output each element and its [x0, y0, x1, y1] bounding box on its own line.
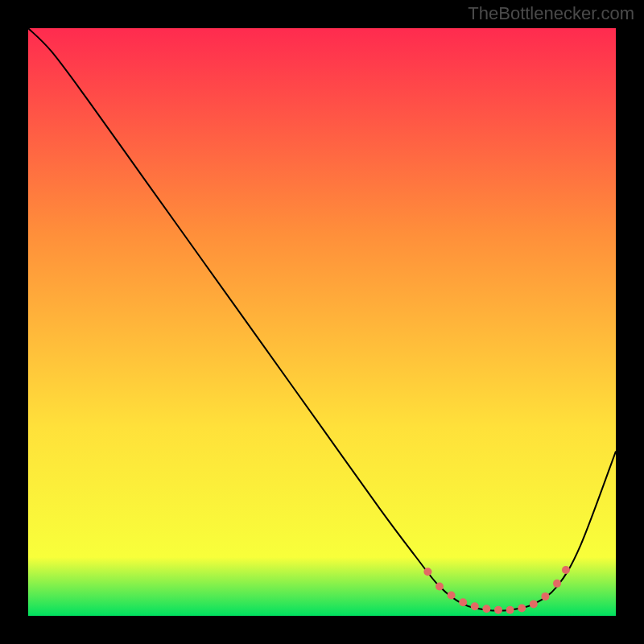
marker-dot [459, 598, 467, 606]
attribution-text: TheBottlenecker.com [468, 3, 634, 24]
marker-dot [471, 602, 479, 610]
bottleneck-chart [28, 28, 616, 616]
chart-frame: TheBottlenecker.com [0, 0, 644, 644]
plot-area [28, 28, 616, 616]
marker-dot [423, 568, 431, 576]
marker-dot [518, 605, 526, 613]
marker-dot [436, 583, 444, 591]
marker-dot [530, 600, 538, 608]
marker-dot [553, 580, 561, 588]
marker-dot [506, 606, 514, 614]
marker-dot [541, 592, 549, 601]
gradient-background [28, 28, 616, 616]
marker-dot [482, 605, 490, 613]
marker-dot [448, 591, 456, 599]
marker-dot [562, 566, 570, 574]
marker-dot [494, 606, 502, 614]
